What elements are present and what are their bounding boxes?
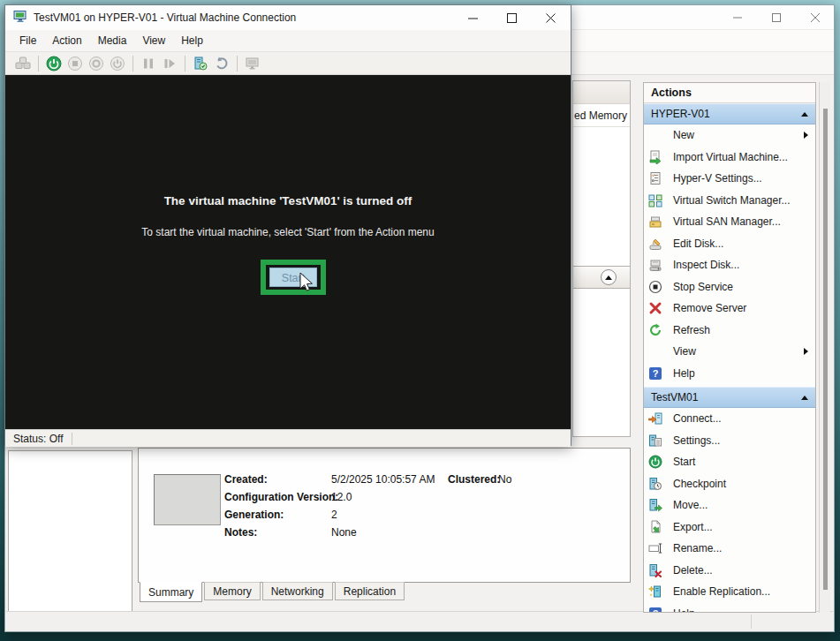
enable-replication-icon [648, 584, 662, 599]
menu-media[interactable]: Media [90, 32, 135, 49]
actions-section-host-header[interactable]: HYPER-V01 [644, 103, 815, 124]
virtual-san-icon [648, 215, 662, 229]
vm-list-panel-header [573, 81, 630, 104]
vmconnect-close-button[interactable] [544, 11, 556, 24]
clustered-value: No [498, 473, 511, 486]
action-item-vm-help[interactable]: Help [644, 603, 815, 614]
scrollbar-thumb[interactable] [823, 109, 828, 590]
help-icon [648, 607, 662, 613]
action-item-view[interactable]: View [644, 341, 815, 363]
manager-close-button[interactable] [809, 11, 821, 24]
action-item-new[interactable]: New [644, 124, 815, 147]
pause-vm-button[interactable] [138, 54, 159, 73]
menu-action[interactable]: Action [44, 32, 89, 49]
action-item-import-virtual-machine[interactable]: Import Virtual Machine... [644, 147, 815, 169]
action-item-export[interactable]: Export... [644, 517, 815, 539]
vmconnect-window: TestVM01 on HYPER-V01 - Virtual Machine … [4, 4, 571, 446]
tab-networking[interactable]: Networking [262, 582, 333, 600]
vm-list-column-header[interactable]: ed Memory [573, 104, 630, 127]
vmconnect-maximize-button[interactable] [505, 11, 518, 24]
checkpoint-button[interactable] [190, 54, 211, 73]
checkpoints-panel-header [572, 266, 631, 289]
action-item-refresh[interactable]: Refresh [644, 320, 815, 342]
action-item-enable-replication[interactable]: Enable Replication... [644, 581, 815, 603]
step-vm-button[interactable] [159, 54, 180, 73]
ctrl-alt-del-button[interactable] [12, 54, 34, 73]
actions-scrollbar[interactable] [819, 82, 830, 613]
inspect-disk-icon [648, 258, 662, 272]
config-version-value: 12.0 [331, 491, 352, 503]
menu-view[interactable]: View [134, 32, 173, 49]
action-item-hyperv-settings[interactable]: Hyper-V Settings... [644, 168, 815, 190]
toolbar-separator [237, 56, 238, 72]
action-item-rename[interactable]: Rename... [644, 538, 815, 560]
vmconnect-toolbar [5, 51, 571, 75]
import-vm-icon [648, 150, 662, 164]
manager-maximize-button[interactable] [770, 11, 783, 24]
generation-value: 2 [331, 509, 337, 521]
action-item-inspect-disk[interactable]: Inspect Disk... [644, 254, 815, 276]
checkpoint-icon [648, 477, 662, 491]
vm-screen: The virtual machine 'TestVM01' is turned… [5, 75, 571, 429]
actions-pane: Actions HYPER-V01 New Import Virtual Mac… [643, 82, 816, 613]
revert-button[interactable] [211, 54, 232, 73]
vm-off-message-subtitle: To start the virtual machine, select 'St… [5, 226, 571, 238]
tab-replication[interactable]: Replication [335, 582, 405, 600]
status-divider [72, 433, 72, 445]
action-item-host-help[interactable]: Help [644, 363, 815, 385]
start-button-highlight: Start [261, 260, 326, 295]
toolbar-separator [185, 56, 185, 72]
action-item-delete[interactable]: Delete... [644, 560, 815, 582]
created-value: 5/2/2025 10:05:57 AM [331, 473, 435, 486]
tab-summary[interactable]: Summary [140, 582, 202, 602]
blank-icon [648, 344, 662, 358]
action-item-stop-service[interactable]: Stop Service [644, 276, 815, 298]
vm-settings-icon [648, 434, 662, 448]
vmconnect-minimize-button[interactable] [466, 11, 479, 24]
manager-status-strip [6, 611, 833, 631]
start-vm-button[interactable] [43, 54, 64, 73]
menu-help[interactable]: Help [173, 32, 211, 49]
turn-off-vm-button[interactable] [64, 54, 86, 73]
actions-section-vm-header[interactable]: TestVM01 [644, 387, 815, 408]
details-tab-strip: Summary Memory Networking Replication [140, 582, 406, 602]
edit-disk-icon [648, 237, 662, 251]
created-label: Created: [224, 473, 268, 486]
notes-label: Notes: [224, 526, 257, 539]
clustered-label: Clustered: [448, 473, 500, 486]
action-item-virtual-switch-manager[interactable]: Virtual Switch Manager... [644, 190, 815, 212]
desktop: ed Memory TestVM01 Created: 5/2/2025 10:… [0, 0, 840, 641]
submenu-arrow-icon [804, 132, 808, 139]
save-vm-button[interactable] [107, 54, 128, 73]
blank-icon [648, 128, 662, 142]
collapse-arrow-icon [801, 396, 808, 400]
enhanced-session-button[interactable] [242, 54, 263, 73]
action-item-edit-disk[interactable]: Edit Disk... [644, 233, 815, 255]
help-icon [648, 366, 662, 381]
generation-label: Generation: [224, 509, 284, 521]
action-item-move[interactable]: Move... [644, 494, 815, 517]
action-item-connect[interactable]: Connect... [644, 408, 815, 430]
action-item-remove-server[interactable]: Remove Server [644, 298, 815, 320]
vm-off-message-title: The virtual machine 'TestVM01' is turned… [5, 194, 571, 207]
remove-server-icon [648, 301, 662, 315]
action-item-checkpoint[interactable]: Checkpoint [644, 473, 815, 495]
action-item-virtual-san-manager[interactable]: Virtual SAN Manager... [644, 211, 815, 233]
shut-down-vm-button[interactable] [86, 54, 107, 73]
tab-memory[interactable]: Memory [204, 582, 260, 600]
toolbar-separator [132, 56, 133, 72]
checkpoints-collapse-button[interactable] [601, 269, 617, 285]
submenu-arrow-icon [804, 348, 808, 355]
action-item-start[interactable]: Start [644, 451, 815, 473]
vm-list-panel: ed Memory [572, 80, 631, 268]
vmconnect-app-icon [13, 10, 27, 26]
manager-minimize-button[interactable] [731, 11, 744, 24]
virtual-switch-icon [648, 193, 662, 207]
export-icon [648, 520, 662, 534]
stop-service-icon [648, 280, 662, 294]
menu-file[interactable]: File [11, 32, 44, 49]
toolbar-separator [38, 56, 39, 72]
hyperv-settings-icon [648, 171, 662, 185]
action-item-vm-settings[interactable]: Settings... [644, 430, 815, 452]
server-tree-pane [8, 450, 132, 612]
